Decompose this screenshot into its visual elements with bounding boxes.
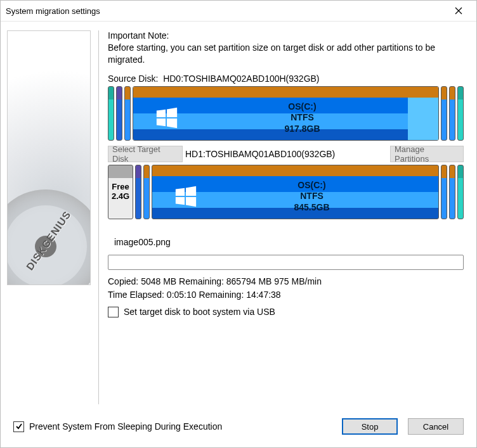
cancel-button[interactable]: Cancel — [408, 418, 464, 435]
select-target-button[interactable]: Select Target Disk — [108, 146, 183, 162]
partition-stub[interactable] — [116, 86, 122, 141]
note-heading: Important Note: — [108, 30, 464, 41]
partition-stub[interactable] — [108, 86, 114, 141]
source-os-partition[interactable]: OS(C:) NTFS 917.8GB — [133, 86, 439, 141]
footer: Prevent System From Sleeping During Exec… — [1, 413, 476, 447]
partition-stub[interactable] — [441, 86, 447, 141]
progress-stats: Copied: 5048 MB Remaining: 865794 MB 975… — [108, 275, 464, 302]
source-os-info: OS(C:) NTFS 917.8GB — [179, 101, 426, 135]
partition-stub[interactable] — [457, 165, 464, 219]
target-free-partition[interactable]: Free 2.4G — [108, 165, 133, 219]
partition-stub[interactable] — [449, 165, 455, 219]
checkbox-checked-icon[interactable] — [13, 421, 24, 432]
windows-icon — [174, 184, 198, 208]
partition-stub[interactable] — [441, 165, 447, 219]
sidebar: DISKGENIUS — [1, 22, 96, 413]
checkbox-unchecked-icon[interactable] — [108, 307, 119, 317]
target-os-partition[interactable]: OS(C:) NTFS 845.5GB — [152, 165, 439, 219]
window-title: System migration settings — [6, 6, 446, 16]
target-disk-bar[interactable]: Free 2.4G OS(C:) NTFS 845.5GB — [108, 165, 464, 219]
partition-stub[interactable] — [457, 86, 464, 141]
hdd-illustration: DISKGENIUS — [7, 30, 91, 285]
usb-boot-label: Set target disk to boot system via USB — [124, 307, 275, 317]
source-disk-label: Source Disk: HD0:TOSHIBAMQ02ABD100H(932G… — [108, 74, 464, 84]
current-file: image005.png — [114, 237, 464, 247]
note-body: Before starting, you can set partition s… — [108, 42, 464, 66]
main-panel: Important Note: Before starting, you can… — [99, 22, 476, 413]
source-disk-bar[interactable]: OS(C:) NTFS 917.8GB — [108, 86, 464, 141]
titlebar: System migration settings — [1, 1, 476, 22]
prevent-sleep-label: Prevent System From Sleeping During Exec… — [29, 421, 222, 432]
partition-stub[interactable] — [449, 86, 455, 141]
target-disk-row: Select Target Disk HD1:TOSHIBAMQ01ABD100… — [108, 146, 464, 162]
dialog-system-migration: System migration settings DISKGENIUS Imp… — [0, 0, 477, 448]
partition-stub[interactable] — [135, 165, 141, 219]
stats-line-1: Copied: 5048 MB Remaining: 865794 MB 975… — [108, 275, 464, 288]
windows-icon — [155, 106, 179, 130]
target-os-info: OS(C:) NTFS 845.5GB — [198, 180, 426, 214]
close-button[interactable] — [446, 1, 471, 21]
close-icon — [455, 7, 462, 15]
partition-stub[interactable] — [143, 165, 150, 219]
usb-boot-option[interactable]: Set target disk to boot system via USB — [108, 307, 464, 317]
manage-partitions-button[interactable]: Manage Partitions — [390, 146, 464, 162]
stats-line-2: Time Elapsed: 0:05:10 Remaining: 14:47:3… — [108, 288, 464, 302]
stop-button[interactable]: Stop — [342, 418, 398, 435]
target-disk-text: HD1:TOSHIBAMQ01ABD100(932GB) — [185, 149, 335, 159]
progress-bar — [108, 255, 464, 270]
partition-stub[interactable] — [124, 86, 131, 141]
prevent-sleep-option[interactable]: Prevent System From Sleeping During Exec… — [13, 421, 222, 432]
